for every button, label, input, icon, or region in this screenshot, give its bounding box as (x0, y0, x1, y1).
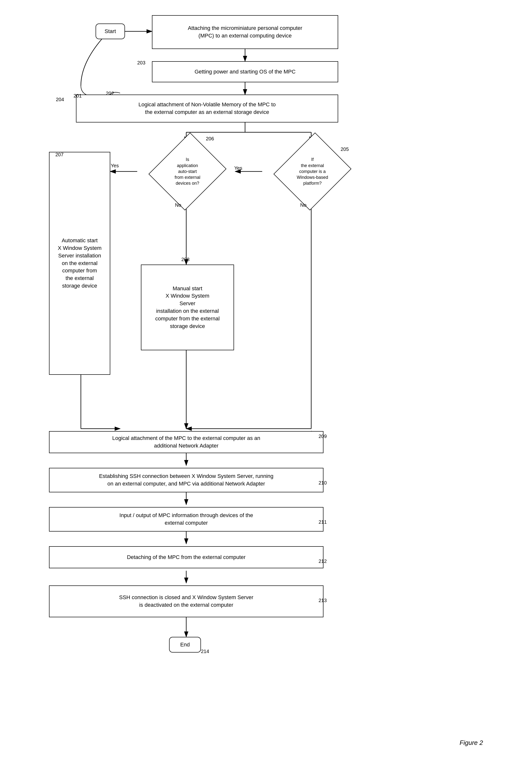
label-205: 205 (341, 147, 349, 152)
label-213: 213 (319, 598, 327, 603)
label-208: 208 (181, 257, 189, 262)
label-yes1: Yes (111, 163, 119, 169)
diamond-205-windows: If the external computer is a Windows-ba… (287, 142, 338, 201)
label-yes2: Yes (234, 165, 242, 171)
box1-attach-mpc: Attaching the microminiature personal co… (152, 15, 338, 49)
box207-auto-start: Automatic start X Window System Server i… (49, 152, 110, 375)
label-212: 212 (319, 559, 327, 564)
label-209: 209 (319, 433, 327, 439)
box209-network-adapter: Logical attachment of the MPC to the ext… (49, 431, 324, 453)
label-203: 203 (137, 60, 145, 66)
box211-input-output: Input / output of MPC information throug… (49, 507, 324, 532)
box208-manual-start: Manual start X Window System Server inst… (141, 264, 234, 350)
label-202: 202 (106, 90, 114, 96)
box3-logical-attach-nvm: Logical attachment of Non-Volatile Memor… (76, 94, 338, 123)
figure-label: Figure 2 (460, 739, 483, 747)
label-no1: No (175, 202, 181, 208)
diamond-206-autostart: Is application auto-start from external … (162, 142, 213, 201)
label-207: 207 (55, 152, 63, 158)
label-206: 206 (206, 136, 214, 142)
label-211: 211 (319, 519, 327, 525)
label-204: 204 (56, 97, 64, 103)
label-201: 201 (73, 93, 81, 99)
label-214: 214 (201, 649, 209, 654)
label-no2: No (300, 202, 307, 208)
box210-ssh-connection: Establishing SSH connection between X Wi… (49, 468, 324, 493)
box213-ssh-closed: SSH connection is closed and X Window Sy… (49, 585, 324, 617)
box2-power-os: Getting power and starting OS of the MPC (152, 61, 338, 82)
box212-detach-mpc: Detaching of the MPC from the external c… (49, 546, 324, 568)
start-node: Start (96, 23, 125, 39)
end-node: End (169, 637, 201, 652)
label-210: 210 (319, 480, 327, 486)
